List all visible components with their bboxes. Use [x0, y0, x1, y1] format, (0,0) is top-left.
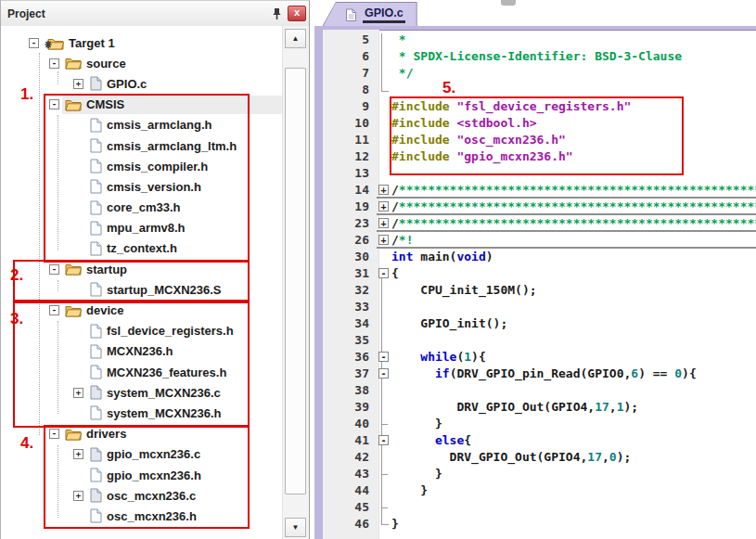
line-number: 8	[323, 82, 377, 98]
line-number: 33	[323, 299, 377, 315]
tree-item-system-mcxn236-c[interactable]: +system_MCXN236.c	[1, 382, 283, 403]
scroll-up-button[interactable]: ▲	[285, 29, 306, 48]
folder-icon	[65, 428, 82, 441]
code-line-42: 42 DRV_GPIO_Out(GPIO4,17,0);	[323, 449, 756, 466]
tree-item-cmsis[interactable]: -CMSIS	[1, 95, 283, 115]
line-number: 42	[323, 449, 377, 466]
tree-item-cmsis-armclang-ltm-h[interactable]: cmsis_armclang_ltm.h	[1, 135, 283, 156]
tree-item-osc-mcxn236-h[interactable]: osc_mcxn236.h	[1, 506, 283, 526]
tree-item-mpu-armv8-h[interactable]: mpu_armv8.h	[1, 218, 283, 238]
line-number: 38	[323, 382, 377, 399]
panel-title: Project	[7, 7, 269, 20]
code-line-34: 34 GPIO_init();	[323, 315, 756, 332]
code-editor[interactable]: 5 *6 * SPDX-License-Identifier: BSD-3-Cl…	[314, 26, 756, 539]
tree-item-label: osc_mcxn236.h	[107, 509, 197, 523]
tree-item-label: GPIO.c	[107, 77, 147, 91]
tree-item-device[interactable]: -device	[1, 300, 283, 320]
tree-item-gpio-mcxn236-h[interactable]: gpio_mcxn236.h	[1, 465, 283, 485]
file-icon	[89, 508, 102, 523]
file-icon	[89, 282, 102, 297]
line-number: 31	[323, 265, 377, 282]
close-panel-button[interactable]: x	[288, 6, 306, 21]
tree-item-label: cmsis_compiler.h	[107, 160, 208, 173]
line-number: 9	[323, 98, 377, 115]
tree-expand-toggle[interactable]: -	[49, 58, 59, 69]
line-number: 43	[323, 466, 377, 482]
project-tree-area[interactable]: -Target 1-source+GPIO.c-CMSIScmsis_armcl…	[1, 26, 309, 539]
tree-item-drivers[interactable]: -drivers	[1, 424, 283, 444]
tree-item-tz-context-h[interactable]: tz_context.h	[1, 238, 283, 259]
tab-gpio-c[interactable]: GPIO.c	[322, 2, 417, 27]
code-line-9: 9#include "fsl_device_registers.h"	[323, 98, 756, 115]
line-number: 45	[323, 499, 377, 516]
tree-item-system-mcxn236-h[interactable]: system_MCXN236.h	[1, 403, 283, 423]
tree-item-label: mpu_armv8.h	[107, 221, 186, 235]
code-line-7: 7 */	[323, 65, 756, 82]
file-icon	[89, 179, 102, 194]
line-number: 36	[323, 349, 377, 366]
tree-expand-toggle[interactable]: -	[49, 264, 59, 275]
tree-item-mcxn236-h[interactable]: MCXN236.h	[1, 341, 283, 362]
tree-item-label: startup_MCXN236.S	[107, 283, 222, 297]
line-number: 40	[323, 416, 377, 432]
tree-item-startup[interactable]: -startup	[1, 259, 283, 279]
fold-toggle[interactable]: +	[378, 235, 389, 245]
fold-toggle[interactable]: +	[378, 218, 389, 228]
tree-expand-toggle[interactable]: +	[73, 449, 83, 459]
code-line-36: 36- while(1){	[323, 349, 756, 366]
tree-expand-toggle[interactable]: -	[49, 305, 59, 315]
scroll-down-button[interactable]: ▼	[285, 518, 306, 537]
line-number: 26	[323, 232, 377, 249]
code-lines: 5 *6 * SPDX-License-Identifier: BSD-3-Cl…	[323, 32, 756, 533]
pin-icon[interactable]	[269, 6, 284, 21]
tree-item-label: source	[86, 57, 126, 71]
tree-expand-toggle[interactable]: +	[73, 388, 83, 398]
tree-item-startup-mcxn236-s[interactable]: startup_MCXN236.S	[1, 279, 283, 300]
tree-item-gpio-mcxn236-c[interactable]: +gpio_mcxn236.c	[1, 444, 283, 465]
code-line-12: 12#include "gpio_mcxn236.h"	[323, 148, 756, 165]
tree-scrollbar[interactable]: ▲ ▼	[282, 26, 309, 539]
fold-toggle[interactable]: -	[378, 435, 389, 445]
code-line-40: 40 }	[323, 416, 756, 432]
tree-item-osc-mcxn236-c[interactable]: +osc_mcxn236.c	[1, 485, 283, 506]
tree-item-cmsis-version-h[interactable]: cmsis_version.h	[1, 176, 283, 197]
line-number: 5	[323, 32, 377, 48]
fold-toggle[interactable]: -	[378, 268, 389, 278]
project-panel: Project x -Target 1-source+GPIO.c-CMSISc…	[0, 0, 310, 539]
folder-icon	[65, 98, 82, 111]
tree-item-label: tz_context.h	[107, 241, 177, 255]
tree-item-cmsis-armclang-h[interactable]: cmsis_armclang.h	[1, 115, 283, 135]
fold-toggle[interactable]: +	[378, 201, 389, 212]
fold-toggle[interactable]: -	[378, 368, 389, 379]
tree-expand-toggle[interactable]: +	[73, 491, 83, 501]
tree-item-label: gpio_mcxn236.c	[107, 447, 200, 461]
fold-toggle[interactable]: +	[378, 185, 389, 195]
tree-item-core-cm33-h[interactable]: core_cm33.h	[1, 198, 283, 218]
scrollbar-thumb[interactable]	[285, 68, 306, 494]
tree-item-target-1[interactable]: -Target 1	[1, 32, 283, 53]
line-number: 35	[323, 332, 377, 349]
code-line-45: 45	[323, 499, 756, 516]
tree-item-label: cmsis_version.h	[107, 180, 201, 194]
code-line-31: 31-{	[323, 265, 756, 282]
tree-item-fsl-device-registers-h[interactable]: fsl_device_registers.h	[1, 321, 283, 341]
tree-item-label: core_cm33.h	[107, 200, 181, 214]
file-icon	[89, 344, 102, 359]
line-number: 30	[323, 249, 377, 265]
tree-expand-toggle[interactable]: -	[49, 429, 59, 439]
tree-item-mcxn236-features-h[interactable]: MCXN236_features.h	[1, 362, 283, 382]
tree-item-label: MCXN236_features.h	[107, 366, 226, 379]
code-line-10: 10#include <stdbool.h>	[323, 115, 756, 132]
fold-toggle[interactable]: -	[378, 352, 389, 362]
tree-item-gpio-c[interactable]: +GPIO.c	[1, 73, 283, 94]
line-number: 41	[323, 432, 377, 449]
tree-expand-toggle[interactable]: +	[73, 79, 83, 89]
line-number: 11	[323, 132, 377, 148]
line-number: 10	[323, 115, 377, 132]
tree-expand-toggle[interactable]: -	[49, 99, 59, 109]
line-number: 19	[323, 199, 377, 215]
tree-expand-toggle[interactable]: -	[29, 38, 39, 48]
tree-item-cmsis-compiler-h[interactable]: cmsis_compiler.h	[1, 156, 283, 176]
tree-item-source[interactable]: -source	[1, 53, 283, 73]
project-panel-header: Project x	[1, 1, 309, 27]
